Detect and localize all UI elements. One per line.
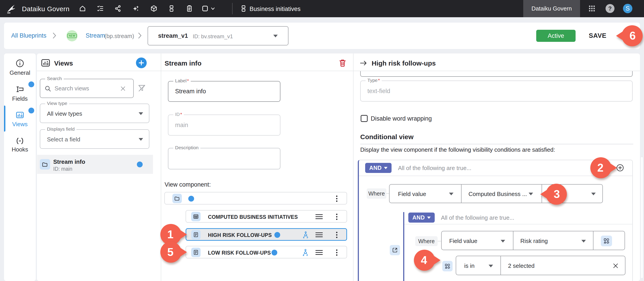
breadcrumb-stream[interactable]: Stream (86, 32, 105, 39)
nested-condition-row: Field value Risk rating (441, 231, 625, 250)
condition-type-select[interactable]: Field value (398, 191, 426, 197)
nested-where-label: Where (415, 236, 438, 246)
blueprint-version-select[interactable]: stream_v1 ID: bv.stream_v1 (148, 26, 288, 46)
clear-selection-icon[interactable] (612, 262, 619, 269)
comparator-select[interactable]: is in (464, 262, 474, 269)
help-button[interactable]: ? (606, 4, 614, 13)
navbar-current-app: Business initiatives (250, 6, 300, 13)
views-panel-title: Views (54, 60, 73, 67)
operator-label: AND (369, 165, 382, 171)
comparator-row: is in 2 selected (456, 256, 626, 275)
clear-search-icon[interactable] (120, 86, 126, 92)
chevron-down-icon[interactable] (211, 8, 215, 10)
tree-row-high-risk-follow-ups[interactable]: HIGH RISK FOLLOW-UPS (186, 228, 347, 241)
kebab-menu-icon[interactable] (335, 249, 338, 256)
type-field-value: text-field (368, 88, 390, 95)
business-initiatives-icon (240, 5, 247, 12)
save-button[interactable]: SAVE (589, 32, 606, 39)
drag-handle-icon[interactable] (316, 250, 323, 255)
view-type-legend: View type (45, 101, 69, 106)
chevron-right-icon (52, 32, 56, 39)
open-in-new-window-icon[interactable] (390, 245, 400, 255)
outer-group-placeholder: All of the following are true... (398, 165, 471, 172)
tree-row-computed-business-initiatives[interactable]: COMPUTED BUSINESS INITIATIVES (186, 210, 347, 223)
blueprint-new-badge-icon: NEW (66, 30, 78, 41)
home-icon[interactable] (79, 5, 86, 12)
displays-field-select[interactable]: Displays field Select a field (40, 129, 149, 149)
label-field-value: Stream info (175, 88, 206, 95)
disable-word-wrapping-checkbox[interactable] (361, 115, 368, 122)
delete-view-trash-icon[interactable] (338, 58, 347, 67)
drag-handle-icon[interactable] (316, 214, 323, 220)
add-view-button[interactable] (136, 58, 147, 68)
clipboard-icon[interactable] (186, 5, 193, 12)
label-field[interactable]: Label* Stream info (168, 81, 280, 102)
tree-row-label: HIGH RISK FOLLOW-UPS (208, 232, 272, 238)
checklist-icon[interactable] (96, 5, 104, 12)
operator-label: AND (412, 214, 425, 221)
required-marker: * (378, 78, 380, 83)
nested-group-border (403, 212, 404, 281)
search-input[interactable] (54, 80, 116, 97)
selected-values-summary[interactable]: 2 selected (508, 262, 535, 269)
user-avatar[interactable]: S (623, 4, 632, 13)
info-icon (16, 59, 24, 68)
label-field-legend: Label* (173, 78, 191, 84)
folder-icon (40, 159, 50, 170)
kebab-menu-icon[interactable] (335, 195, 338, 202)
drag-handle-icon[interactable] (316, 232, 323, 238)
kebab-menu-icon[interactable] (335, 213, 338, 220)
active-status-button[interactable]: Active (536, 30, 576, 42)
cube-icon[interactable] (150, 5, 158, 12)
collapse-panel-arrow-icon[interactable] (359, 60, 368, 67)
section-divider (360, 144, 633, 144)
view-list-item-stream-info[interactable]: Stream info ID: main (37, 155, 153, 174)
sidebar-item-views[interactable]: Views (4, 121, 36, 128)
dataiku-bird-logo-icon[interactable] (6, 3, 16, 14)
apps-grid-icon[interactable] (588, 5, 596, 12)
chevron-down-icon (591, 193, 596, 195)
value-type-shapes-icon[interactable] (442, 261, 452, 271)
version-name: stream_v1 (158, 33, 188, 39)
condition-field-select[interactable]: Computed Business ... (468, 191, 527, 197)
condition-field-select[interactable]: Risk rating (520, 238, 548, 244)
add-condition-icon[interactable] (616, 164, 624, 172)
scrolled-field-bottom (360, 71, 632, 77)
breadcrumb-all-blueprints[interactable]: All Blueprints (11, 32, 46, 39)
tree-root-row[interactable] (164, 192, 347, 204)
outer-operator-select[interactable]: AND (365, 163, 392, 173)
description-field-legend: Description (173, 145, 200, 150)
views-icon (16, 111, 24, 119)
required-marker: * (187, 78, 189, 83)
sidebar-item-general[interactable]: General (4, 69, 36, 76)
scrollbar-thumb[interactable] (640, 157, 643, 278)
tab-dataiku-govern[interactable]: Dataiku Govern (523, 0, 580, 17)
folder-icon (172, 194, 182, 203)
share-graph-icon[interactable] (114, 5, 122, 12)
cell-divider (542, 185, 542, 203)
status-dot (274, 232, 280, 238)
top-navbar: Dataiku Govern Bus (0, 0, 644, 17)
condition-type-select[interactable]: Field value (449, 238, 478, 244)
tree-row-label: LOW RISK FOLLOW-UPS (208, 250, 271, 256)
stacked-items-icon[interactable] (168, 5, 175, 12)
table-icon (191, 212, 200, 221)
sidebar-item-fields[interactable]: Fields (4, 95, 36, 102)
displays-field-value: Select a field (47, 136, 80, 143)
views-search-field[interactable]: Search (40, 79, 134, 98)
filter-off-icon[interactable] (137, 84, 146, 93)
workspace-switcher-icon[interactable] (201, 5, 209, 12)
chevron-down-icon (427, 216, 431, 219)
field-type-shapes-icon[interactable] (601, 235, 612, 246)
sparkles-icon[interactable] (132, 5, 140, 12)
sidebar-item-hooks[interactable]: Hooks (4, 146, 36, 153)
fields-notification-dot (28, 81, 34, 87)
required-marker: * (180, 112, 182, 117)
kebab-menu-icon[interactable] (335, 231, 338, 238)
where-label: Where (367, 188, 386, 199)
chevron-down-icon (582, 240, 586, 242)
tree-row-low-risk-follow-ups[interactable]: LOW RISK FOLLOW-UPS (186, 246, 347, 258)
view-type-select[interactable]: View type All view types (40, 104, 149, 123)
nested-operator-select[interactable]: AND (408, 212, 435, 223)
description-field[interactable]: Description (168, 148, 280, 169)
